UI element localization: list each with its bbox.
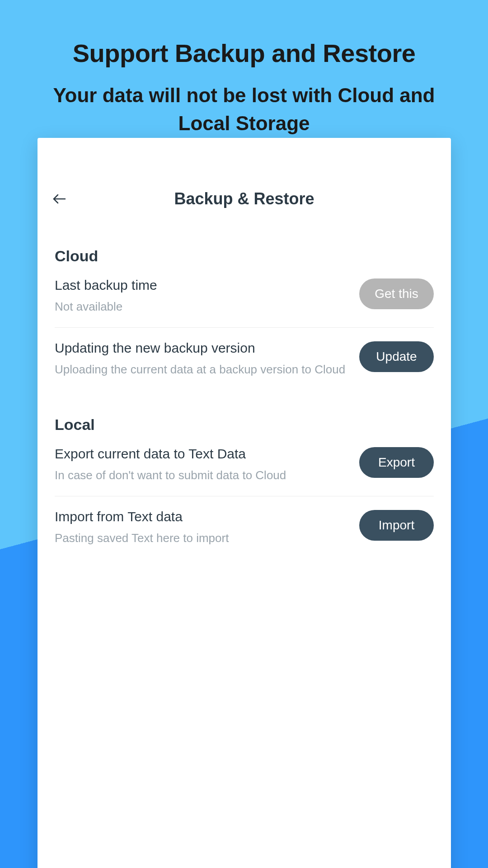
update-backup-description: Uploading the current data at a backup v… bbox=[55, 361, 350, 377]
promo-header: Support Backup and Restore Your data wil… bbox=[0, 0, 488, 137]
import-description: Pasting saved Text here to import bbox=[55, 530, 350, 546]
export-button[interactable]: Export bbox=[359, 447, 434, 478]
section-title-cloud: Cloud bbox=[55, 247, 434, 265]
export-description: In case of don't want to submit data to … bbox=[55, 467, 350, 483]
last-backup-value: Not available bbox=[55, 298, 350, 315]
setting-text: Import from Text data Pasting saved Text… bbox=[55, 509, 359, 546]
setting-text: Updating the new backup version Uploadin… bbox=[55, 340, 359, 377]
cloud-update-row: Updating the new backup version Uploadin… bbox=[55, 340, 434, 390]
section-title-local: Local bbox=[55, 416, 434, 434]
setting-text: Last backup time Not available bbox=[55, 278, 359, 315]
local-export-row: Export current data to Text Data In case… bbox=[55, 446, 434, 496]
app-screen: Backup & Restore Cloud Last backup time … bbox=[38, 138, 451, 868]
back-button[interactable] bbox=[50, 190, 68, 208]
back-arrow-icon bbox=[52, 193, 66, 204]
setting-text: Export current data to Text Data In case… bbox=[55, 446, 359, 483]
settings-content: Cloud Last backup time Not available Get… bbox=[38, 210, 451, 559]
promo-title: Support Backup and Restore bbox=[0, 38, 488, 68]
local-import-row: Import from Text data Pasting saved Text… bbox=[55, 509, 434, 559]
app-header: Backup & Restore bbox=[38, 188, 451, 210]
last-backup-label: Last backup time bbox=[55, 278, 350, 293]
export-label: Export current data to Text Data bbox=[55, 446, 350, 462]
promo-subtitle: Your data will not be lost with Cloud an… bbox=[0, 81, 488, 137]
cloud-last-backup-row: Last backup time Not available Get this bbox=[55, 278, 434, 328]
page-title: Backup & Restore bbox=[50, 189, 438, 208]
update-button[interactable]: Update bbox=[359, 341, 434, 372]
update-backup-label: Updating the new backup version bbox=[55, 340, 350, 356]
import-label: Import from Text data bbox=[55, 509, 350, 524]
import-button[interactable]: Import bbox=[359, 510, 434, 541]
get-this-button[interactable]: Get this bbox=[359, 278, 434, 309]
